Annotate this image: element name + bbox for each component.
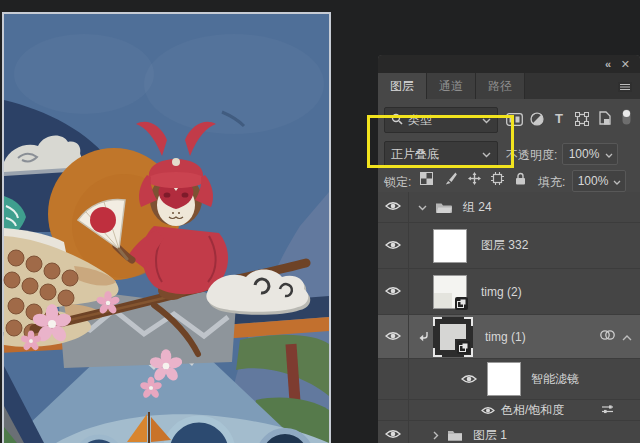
layer-row-hue-saturation[interactable]: 色相/饱和度 xyxy=(378,400,640,421)
visibility-toggle[interactable] xyxy=(378,269,409,314)
layer-name: 组 24 xyxy=(463,199,492,216)
layer-thumbnail[interactable] xyxy=(433,229,467,263)
filter-mask-thumbnail[interactable] xyxy=(487,362,521,396)
lock-position-move-icon[interactable] xyxy=(468,172,481,188)
fill-label: 填充: xyxy=(538,174,565,191)
layer-name: 图层 332 xyxy=(481,237,528,254)
layer-name: timg (2) xyxy=(481,285,522,299)
panel-tabbar: 图层 通道 路径 xyxy=(378,73,640,99)
filter-name: 色相/饱和度 xyxy=(501,402,564,419)
panel-titlebar: « ✕ xyxy=(378,55,640,73)
tab-paths[interactable]: 路径 xyxy=(475,73,525,99)
chevron-down-icon xyxy=(613,174,621,188)
layer-row-timg2[interactable]: timg (2) xyxy=(378,269,640,315)
filter-smart-objects-icon[interactable] xyxy=(599,111,611,125)
eye-icon xyxy=(385,285,401,299)
opacity-value: 100% xyxy=(567,147,601,161)
layer-controls: 类型 T 正片叠底 不透明度: 100% xyxy=(378,99,640,193)
fill-input[interactable]: 100% xyxy=(572,170,626,192)
chevron-down-icon xyxy=(605,147,613,161)
layer-name: timg (1) xyxy=(485,330,526,344)
chevron-down-icon xyxy=(482,147,491,161)
layer-thumbnail[interactable] xyxy=(433,317,473,357)
lock-artboard-icon[interactable] xyxy=(491,172,504,188)
eye-icon xyxy=(385,200,401,214)
collapse-effects-chevron-icon[interactable] xyxy=(622,330,632,344)
filter-shape-layers-icon[interactable] xyxy=(575,112,589,126)
layer-row-332[interactable]: 图层 332 xyxy=(378,223,640,269)
lock-transparency-icon[interactable] xyxy=(420,172,433,188)
layer-row-layer1[interactable]: 图层 1 xyxy=(378,421,640,443)
tab-channels[interactable]: 通道 xyxy=(426,73,475,99)
panel-menu-icon[interactable] xyxy=(618,81,632,95)
eye-icon[interactable] xyxy=(461,374,477,384)
chevron-down-icon[interactable] xyxy=(418,200,427,214)
blend-mode-value: 正片叠底 xyxy=(391,146,477,163)
collapse-panel-icon[interactable]: « xyxy=(605,56,610,72)
eye-icon xyxy=(385,239,401,253)
blend-mode-dropdown[interactable]: 正片叠底 xyxy=(384,141,498,167)
visibility-toggle[interactable] xyxy=(378,421,409,443)
visibility-column xyxy=(378,400,409,420)
smart-filters-label: 智能滤镜 xyxy=(531,371,579,388)
filter-type-dropdown[interactable]: 类型 xyxy=(384,107,498,133)
chevron-right-icon[interactable] xyxy=(433,431,439,440)
layers-panel: « ✕ 图层 通道 路径 类型 T xyxy=(378,55,640,443)
lock-label: 锁定: xyxy=(384,174,411,191)
close-panel-icon[interactable]: ✕ xyxy=(621,56,630,72)
folder-open-icon xyxy=(435,201,453,214)
chevron-down-icon xyxy=(482,113,491,127)
lock-pixels-brush-icon[interactable] xyxy=(444,172,457,188)
canvas-artwork xyxy=(4,14,329,443)
layer-row-smart-filters[interactable]: 智能滤镜 xyxy=(378,359,640,400)
visibility-toggle[interactable] xyxy=(378,315,409,358)
filter-type-layers-icon[interactable]: T xyxy=(555,111,563,126)
tab-layers[interactable]: 图层 xyxy=(378,73,426,99)
folder-closed-icon xyxy=(447,429,463,441)
smart-object-badge-icon xyxy=(455,297,468,310)
filter-toggle-switch[interactable] xyxy=(621,108,632,126)
eye-icon[interactable] xyxy=(481,406,495,415)
fill-value: 100% xyxy=(577,174,609,188)
layer-name: 图层 1 xyxy=(473,427,507,443)
filter-type-label: 类型 xyxy=(408,112,477,129)
filter-adjustment-layers-icon[interactable] xyxy=(530,112,544,126)
visibility-column xyxy=(378,359,409,399)
eye-icon xyxy=(385,428,401,442)
smart-filter-indicator-icon[interactable] xyxy=(599,329,616,344)
layer-thumbnail[interactable] xyxy=(433,275,467,309)
eye-icon xyxy=(385,330,401,344)
layer-row-timg1[interactable]: timg (1) xyxy=(378,315,640,359)
opacity-input[interactable]: 100% xyxy=(562,143,618,165)
visibility-toggle[interactable] xyxy=(378,192,409,222)
lock-all-icon[interactable] xyxy=(515,172,526,188)
opacity-label: 不透明度: xyxy=(506,147,557,164)
layer-list: 组 24 图层 332 timg (2) xyxy=(378,192,640,443)
document-canvas[interactable] xyxy=(2,12,331,443)
search-icon xyxy=(391,113,403,128)
filter-pixel-layers-icon[interactable] xyxy=(506,113,523,126)
filter-sliders-icon[interactable] xyxy=(601,403,614,417)
clipping-mask-arrow-icon xyxy=(417,331,429,342)
layer-row-group24[interactable]: 组 24 xyxy=(378,192,640,223)
visibility-toggle[interactable] xyxy=(378,223,409,268)
smart-object-badge-icon xyxy=(457,341,470,354)
